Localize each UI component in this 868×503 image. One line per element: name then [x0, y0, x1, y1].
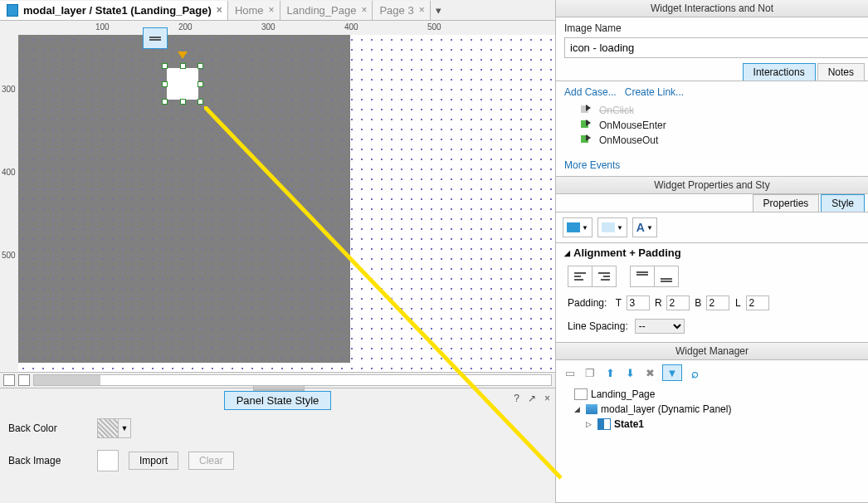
event-icon: [581, 105, 594, 115]
close-icon[interactable]: ×: [217, 5, 222, 15]
alignment-section-header[interactable]: ◢Alignment + Padding: [556, 243, 868, 262]
ruler-tick: 100: [95, 22, 110, 32]
back-color-swatch[interactable]: [97, 418, 119, 438]
twisty-icon: ▷: [586, 420, 594, 428]
canvas-area: modal_layer / State1 (Landing_Page) × Ho…: [0, 0, 555, 388]
widget-manager-toolbar: ▭ ❐ ⬆ ⬇ ✖ ▼ ⌕: [556, 360, 868, 385]
ruler-tick: 500: [427, 22, 441, 32]
ruler-tick: 500: [2, 251, 16, 260]
event-onmouseenter[interactable]: OnMouseEnter: [581, 118, 860, 133]
twisty-icon: ◢: [574, 405, 583, 413]
ruler-tick: 200: [178, 22, 193, 32]
close-icon[interactable]: ×: [419, 5, 425, 15]
create-link-link[interactable]: Create Link...: [625, 86, 684, 98]
fill-gradient-button[interactable]: ▼: [597, 217, 627, 237]
properties-pane: Widget Properties and Sty Properties Sty…: [556, 177, 868, 343]
ruler-tick: 400: [344, 22, 358, 32]
resize-handle[interactable]: [180, 99, 186, 105]
tab-label: Home: [235, 4, 264, 17]
padding-right-input[interactable]: [666, 295, 690, 310]
selected-widget[interactable]: [162, 63, 203, 105]
document-tabbar: modal_layer / State1 (Landing_Page) × Ho…: [0, 0, 555, 21]
align-middle-button[interactable]: [143, 27, 168, 49]
tab-style[interactable]: Style: [821, 194, 865, 212]
close-icon[interactable]: ×: [269, 5, 275, 15]
design-canvas[interactable]: [18, 35, 555, 371]
tab-interactions[interactable]: Interactions: [743, 63, 816, 81]
ruler-tick: 300: [261, 22, 276, 32]
tree-node-page[interactable]: Landing_Page: [563, 387, 861, 402]
tree-node-panel[interactable]: ◢ modal_layer (Dynamic Panel): [563, 402, 861, 417]
add-case-link[interactable]: Add Case...: [564, 86, 617, 98]
h-align-group: [568, 266, 617, 287]
dropdown-arrow-icon[interactable]: ▼: [119, 418, 131, 438]
resize-handle[interactable]: [197, 81, 203, 87]
v-align-group: [630, 266, 679, 287]
panel-state-rect[interactable]: [18, 35, 350, 363]
clear-button[interactable]: Clear: [188, 452, 234, 470]
widget-tree: Landing_Page ◢ modal_layer (Dynamic Pane…: [556, 385, 868, 438]
align-right-button[interactable]: [592, 266, 616, 286]
tab-landing-page[interactable]: Landing_Page ×: [280, 1, 373, 20]
image-name-label: Image Name: [556, 17, 868, 36]
ruler-vertical: 300 400 500: [0, 35, 19, 371]
pane-header: Widget Manager: [556, 343, 868, 360]
padding-top-input[interactable]: [627, 295, 650, 310]
resize-handle[interactable]: [197, 99, 203, 105]
wm-up-icon[interactable]: ⬆: [602, 366, 617, 379]
padding-left-input[interactable]: [746, 295, 769, 310]
widget-manager-pane: Widget Manager ▭ ❐ ⬆ ⬇ ✖ ▼ ⌕ Landing_Pag…: [556, 343, 868, 503]
scrollbar-thumb[interactable]: [34, 375, 100, 385]
ruler-tick: 300: [2, 85, 16, 94]
tab-overflow-icon[interactable]: ▾: [431, 4, 446, 17]
resize-handle[interactable]: [162, 63, 168, 69]
wm-new-icon[interactable]: ▭: [563, 366, 578, 379]
tab-label: Landing_Page: [287, 4, 357, 17]
close-icon[interactable]: ×: [361, 5, 367, 15]
more-events-link[interactable]: More Events: [564, 159, 620, 171]
wm-copy-icon[interactable]: ❐: [583, 366, 597, 379]
back-image-swatch[interactable]: [97, 450, 119, 471]
import-button[interactable]: Import: [129, 452, 178, 470]
image-name-input[interactable]: [564, 37, 868, 58]
align-left-button[interactable]: [568, 266, 592, 286]
resize-handle[interactable]: [162, 99, 168, 105]
line-spacing-label: Line Spacing:: [568, 320, 628, 332]
tab-page-3[interactable]: Page 3 ×: [373, 1, 430, 20]
padding-bottom-input[interactable]: [706, 295, 729, 310]
tab-modal-layer-state1[interactable]: modal_layer / State1 (Landing_Page) ×: [0, 1, 228, 20]
event-onclick[interactable]: OnClick: [581, 103, 860, 118]
resize-handle[interactable]: [180, 63, 186, 69]
interactions-pane: Widget Interactions and Not Image Name I…: [556, 0, 868, 177]
event-onmouseout[interactable]: OnMouseOut: [581, 133, 860, 148]
expand-icon[interactable]: ↗: [528, 393, 536, 404]
help-icon[interactable]: ?: [514, 393, 519, 404]
wm-filter-icon[interactable]: ▼: [662, 364, 682, 381]
dynamic-panel-icon: [586, 404, 597, 414]
pane-header: Widget Interactions and Not: [556, 0, 868, 17]
wm-search-icon[interactable]: ⌕: [687, 366, 702, 379]
document-icon: [7, 4, 18, 17]
wm-delete-icon[interactable]: ✖: [642, 366, 657, 379]
resize-handle[interactable]: [197, 63, 203, 69]
tab-notes[interactable]: Notes: [817, 63, 865, 81]
line-spacing-select[interactable]: --: [635, 319, 685, 334]
tab-properties[interactable]: Properties: [753, 194, 820, 212]
event-icon: [581, 120, 594, 130]
align-bottom-button[interactable]: [655, 266, 678, 286]
tree-node-state[interactable]: ▷ State1: [563, 417, 861, 432]
resize-handle[interactable]: [162, 81, 168, 87]
font-color-button[interactable]: A▼: [632, 217, 657, 237]
pane-title: Panel State Style: [224, 391, 332, 410]
scrollbar-track[interactable]: [33, 374, 552, 386]
close-icon[interactable]: ×: [544, 393, 550, 404]
fill-color-button[interactable]: ▼: [563, 217, 592, 237]
pane-grip-icon[interactable]: [253, 385, 305, 391]
rotate-handle-icon[interactable]: [178, 51, 188, 59]
wm-down-icon[interactable]: ⬇: [622, 366, 637, 379]
align-top-button[interactable]: [631, 266, 655, 286]
event-list: OnClick OnMouseEnter OnMouseOut: [556, 103, 868, 154]
scroll-corner-icon: [3, 374, 15, 386]
tab-home[interactable]: Home ×: [228, 1, 280, 20]
pane-header: Widget Properties and Sty: [556, 177, 868, 194]
